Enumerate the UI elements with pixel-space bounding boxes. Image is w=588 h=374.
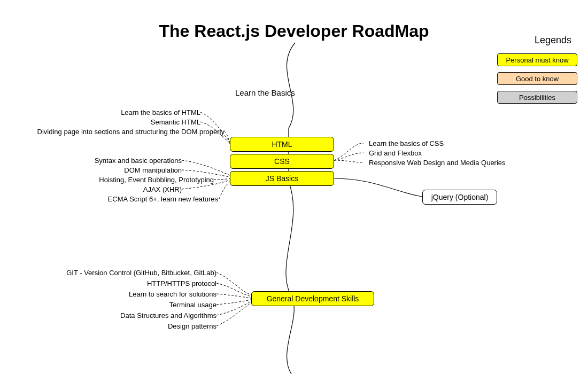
leaf-gds-3: Terminal usage	[21, 301, 216, 309]
leaf-gds-2: Learn to search for solutions	[21, 290, 216, 298]
node-js-basics[interactable]: JS Basics	[230, 171, 334, 186]
leaf-gds-1: HTTP/HTTPS protocol	[21, 279, 216, 287]
leaf-html-0: Learn the basics of HTML	[16, 108, 200, 116]
leaf-css-1: Grid and Flexbox	[369, 149, 422, 157]
leaf-css-0: Learn the basics of CSS	[369, 139, 444, 147]
leaf-gds-4: Data Structures and Algorithms	[21, 311, 216, 320]
legend-title: Legends	[535, 35, 571, 46]
roadmap-canvas: The React.js Developer RoadMap Legends P…	[0, 0, 588, 374]
page-title: The React.js Developer RoadMap	[0, 21, 588, 41]
leaf-css-2: Responsive Web Design and Media Queries	[369, 159, 506, 167]
leaf-js-4: ECMA Script 6+, learn new features	[21, 195, 218, 203]
leaf-js-2: Hoisting, Event Bubbling, Prototyping	[21, 176, 214, 184]
node-css[interactable]: CSS	[230, 154, 334, 169]
node-html[interactable]: HTML	[230, 137, 334, 152]
leaf-gds-0: GIT - Version Control (GitHub, Bitbucket…	[21, 269, 216, 277]
legend-good-to-know: Good to know	[497, 72, 577, 85]
leaf-html-1: Semantic HTML	[16, 118, 200, 126]
node-general-dev-skills[interactable]: General Development Skills	[251, 291, 374, 306]
legend-must-know: Personal must know	[497, 53, 577, 66]
leaf-js-0: Syntax and basic operations	[21, 157, 182, 165]
section-label-basics: Learn the Basics	[235, 88, 295, 97]
leaf-gds-5: Design patterns	[21, 322, 216, 330]
node-jquery[interactable]: jQuery (Optional)	[422, 190, 497, 205]
leaf-html-2: Dividing page into sections and structur…	[0, 128, 225, 136]
leaf-js-1: DOM manipulation	[21, 166, 182, 174]
leaf-js-3: AJAX (XHR)	[21, 185, 182, 193]
legend-possibilities: Possibilities	[497, 91, 577, 104]
